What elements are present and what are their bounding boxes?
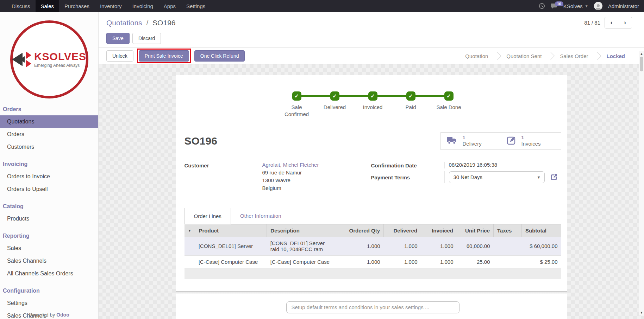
terms-conditions-input[interactable] <box>286 301 459 313</box>
top-navbar: Discuss Sales Purchases Inventory Invoic… <box>0 0 644 12</box>
tab-order-lines[interactable]: Order Lines <box>185 208 231 224</box>
order-sheet: ✓ Sale Confirmed ✓ Delivered ✓ Invoiced <box>176 75 567 319</box>
sidebar-item-sales-channels-report[interactable]: Sales Channels <box>0 255 98 267</box>
order-line-row[interactable]: [CONS_DEL01] Server [CONS_DEL01] Server … <box>185 237 561 255</box>
check-icon: ✓ <box>444 91 454 101</box>
section-divider <box>176 291 567 294</box>
customer-label: Customer <box>185 162 258 191</box>
sidebar-item-products[interactable]: Products <box>0 212 98 225</box>
unlock-button[interactable]: Unlock <box>106 50 133 62</box>
col-taxes[interactable]: Taxes <box>494 224 522 237</box>
sidebar-item-customers[interactable]: Customers <box>0 141 98 153</box>
ksolves-logo-icon <box>12 51 31 68</box>
cell-taxes <box>494 237 522 255</box>
tracker-step-invoiced: ✓ Invoiced <box>354 91 392 118</box>
sidebar-item-sales-report[interactable]: Sales <box>0 242 98 255</box>
sidebar-item-orders-to-invoice[interactable]: Orders to Invoice <box>0 170 98 183</box>
pager-previous-button[interactable]: ‹ <box>605 17 618 28</box>
customer-link[interactable]: Agrolait, Michel Fletcher <box>262 162 319 168</box>
customer-address-line: 1300 Wavre <box>262 177 319 183</box>
external-link-icon[interactable] <box>550 173 558 181</box>
activities-clock-icon[interactable] <box>539 3 545 9</box>
messages-icon[interactable]: 10 <box>551 3 558 9</box>
check-icon: ✓ <box>330 91 339 101</box>
sidebar-item-all-channels-sales-orders[interactable]: All Channels Sales Orders <box>0 267 98 280</box>
col-product[interactable]: Product <box>195 224 267 237</box>
sidebar-item-orders-to-upsell[interactable]: Orders to Upsell <box>0 183 98 196</box>
empty-line-row[interactable] <box>185 268 561 279</box>
nav-item-inventory[interactable]: Inventory <box>95 0 127 12</box>
nav-item-invoicing[interactable]: Invoicing <box>127 0 158 12</box>
payment-terms-select[interactable]: 30 Net Days ▼ <box>449 171 545 183</box>
col-delivered[interactable]: Delivered <box>384 224 421 237</box>
state-quotation-sent[interactable]: Quotation Sent <box>498 53 550 59</box>
cell-ordered-qty: 1.000 <box>337 255 384 268</box>
discard-button[interactable]: Discard <box>132 33 161 44</box>
delivery-smart-button[interactable]: 1 Delivery <box>440 132 501 150</box>
check-icon: ✓ <box>292 91 301 101</box>
print-sale-invoice-button[interactable]: Print Sale Invoice <box>139 50 189 62</box>
col-ordered-qty[interactable]: Ordered Qty <box>337 224 384 237</box>
sidebar-item-orders[interactable]: Orders <box>0 128 98 141</box>
systray: 10 KSolves ▼ Administrator <box>539 0 644 12</box>
check-icon: ✓ <box>368 91 377 101</box>
cell-invoiced: 1.000 <box>421 237 457 255</box>
user-menu[interactable]: Administrator <box>608 3 639 9</box>
notebook-tabs: Order Lines Other Information <box>185 208 561 224</box>
sidebar-header-invoicing[interactable]: Invoicing <box>0 158 98 170</box>
scrollbar-thumb[interactable] <box>640 57 643 71</box>
col-subtotal[interactable]: Subtotal <box>521 224 561 237</box>
chevron-down-icon: ▼ <box>537 175 541 179</box>
save-button[interactable]: Save <box>106 33 130 44</box>
state-quotation[interactable]: Quotation <box>457 53 496 59</box>
statusbar: Unlock Print Sale Invoice One Click Refu… <box>99 47 644 64</box>
odoo-brand-link[interactable]: Odoo <box>56 312 69 318</box>
tracker-step-label: Delivered <box>324 104 346 111</box>
main-panel: Quotations / SO196 81 / 81 ‹ › Save Dis <box>99 12 644 319</box>
smart-buttons: 1 Delivery 1 Invoices <box>440 132 561 150</box>
cell-subtotal: $ 25.00 <box>521 255 561 268</box>
one-click-refund-button[interactable]: One Click Refund <box>194 50 245 62</box>
pager-next-button[interactable]: › <box>618 17 632 28</box>
scroll-down-icon[interactable]: ▼ <box>640 310 643 315</box>
nav-item-sales[interactable]: Sales <box>36 0 60 12</box>
breadcrumb-quotations-link[interactable]: Quotations <box>106 19 142 27</box>
tracker-step-label: Paid <box>405 104 416 111</box>
sidebar-header-reporting[interactable]: Reporting <box>0 230 98 242</box>
state-sales-order[interactable]: Sales Order <box>551 53 596 59</box>
sidebar-section-invoicing: Invoicing Orders to Invoice Orders to Up… <box>0 158 98 196</box>
company-switcher[interactable]: KSolves ▼ <box>563 3 588 9</box>
tab-other-information[interactable]: Other Information <box>231 208 290 224</box>
nav-item-apps[interactable]: Apps <box>158 0 181 12</box>
payment-terms-label: Payment Terms <box>371 174 444 180</box>
order-line-row[interactable]: [C-Case] Computer Case [C-Case] Computer… <box>185 255 561 268</box>
nav-item-purchases[interactable]: Purchases <box>59 0 95 12</box>
tracker-step-delivered: ✓ Delivered <box>316 91 354 118</box>
nav-item-discuss[interactable]: Discuss <box>6 0 36 12</box>
pager: 81 / 81 ‹ › <box>584 17 632 28</box>
cell-taxes <box>494 255 522 268</box>
scroll-up-icon[interactable]: ▲ <box>640 51 643 57</box>
nav-item-settings[interactable]: Settings <box>181 0 211 12</box>
cell-unit-price: 60,000.00 <box>457 237 494 255</box>
col-unit-price[interactable]: Unit Price <box>457 224 494 237</box>
sidebar-header-catalog[interactable]: Catalog <box>0 200 98 212</box>
tracker-step-label: Sale Confirmed <box>281 104 312 118</box>
state-locked[interactable]: Locked <box>598 53 633 59</box>
sidebar-header-configuration[interactable]: Configuration <box>0 285 98 297</box>
sale-progress-tracker: ✓ Sale Confirmed ✓ Delivered ✓ Invoiced <box>278 91 468 118</box>
company-name: KSolves <box>563 3 583 9</box>
vertical-scrollbar[interactable]: ▲ ▼ <box>639 51 644 315</box>
invoices-smart-button[interactable]: 1 Invoices <box>501 132 561 150</box>
col-invoiced[interactable]: Invoiced <box>421 224 457 237</box>
powered-by-text: Powered by <box>29 312 56 318</box>
optional-columns-caret-icon[interactable]: ▼ <box>185 224 195 237</box>
cell-delivered: 1.000 <box>384 237 421 255</box>
tracker-step-sale-done: ✓ Sale Done <box>430 91 468 118</box>
sidebar-item-settings[interactable]: Settings <box>0 297 98 310</box>
breadcrumb-current: SO196 <box>152 19 175 27</box>
sidebar-header-orders[interactable]: Orders <box>0 103 98 115</box>
col-description[interactable]: Description <box>267 224 337 237</box>
sidebar-item-quotations[interactable]: Quotations <box>0 115 98 128</box>
user-avatar[interactable] <box>594 2 602 10</box>
